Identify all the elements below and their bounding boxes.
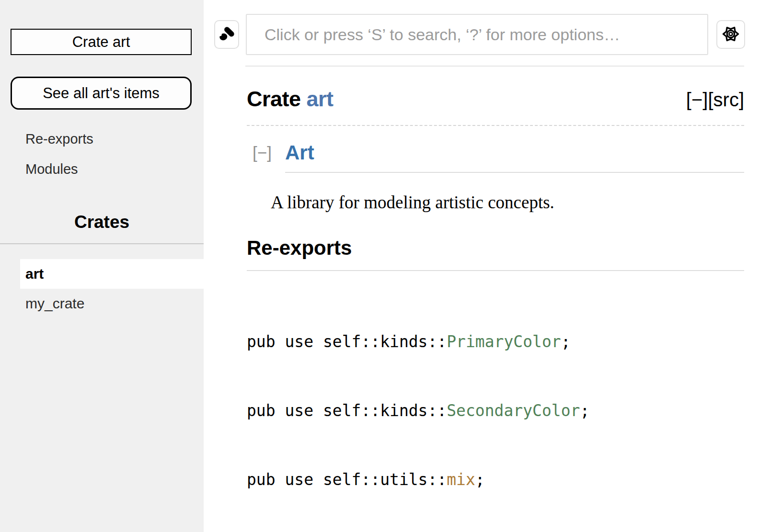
crate-list-item-my-crate[interactable]: my_crate — [0, 289, 204, 318]
reexport-link-secondarycolor[interactable]: SecondaryColor — [447, 401, 580, 420]
overview-title-link[interactable]: Art — [285, 141, 314, 164]
code-suffix: ; — [580, 401, 589, 420]
theme-picker-button[interactable] — [214, 20, 239, 49]
page-title: Crate art — [247, 87, 334, 112]
paintbrush-icon — [218, 25, 236, 45]
crate-doc-content: Crate art [−][src] [−] Art A library for… — [204, 87, 759, 532]
sidebar-section-links: Re-exports Modules — [0, 124, 204, 184]
overview-collapse-toggle[interactable]: [−] — [247, 141, 285, 162]
code-prefix: pub use self::kinds:: — [247, 401, 447, 420]
gear-icon — [721, 24, 740, 45]
reexport-link-primarycolor[interactable]: PrimaryColor — [447, 332, 561, 351]
search-divider — [245, 66, 744, 67]
search-input[interactable] — [246, 14, 708, 55]
reexport-line: pub use self::kinds::SecondaryColor; — [247, 399, 744, 422]
code-suffix: ; — [475, 470, 485, 489]
crate-list-item-art[interactable]: art — [20, 259, 204, 289]
search-bar — [204, 0, 759, 55]
reexports-code-block: pub use self::kinds::PrimaryColor; pub u… — [247, 284, 744, 532]
crate-description: A library for modeling artistic concepts… — [271, 192, 744, 213]
crates-list: art my_crate — [0, 243, 204, 318]
reexport-line: pub use self::utils::mix; — [247, 468, 744, 491]
sidebar-link-reexports[interactable]: Re-exports — [0, 124, 204, 154]
page-title-prefix: Crate — [247, 87, 301, 111]
src-link[interactable]: [src] — [708, 89, 744, 110]
header-controls: [−][src] — [686, 89, 744, 111]
main-content: Crate art [−][src] [−] Art A library for… — [204, 0, 759, 532]
sidebar-crate-title: Crate art — [11, 29, 192, 55]
settings-button[interactable] — [716, 20, 745, 49]
reexports-heading: Re-exports — [247, 237, 744, 271]
reexport-line: pub use self::kinds::PrimaryColor; — [247, 330, 744, 353]
code-prefix: pub use self::kinds:: — [247, 332, 447, 351]
reexport-link-mix[interactable]: mix — [447, 470, 475, 489]
crate-name-link[interactable]: art — [307, 87, 334, 111]
sidebar-link-modules[interactable]: Modules — [0, 154, 204, 184]
sidebar: Crate art See all art's items Re-exports… — [0, 0, 204, 532]
page-header: Crate art [−][src] — [247, 87, 744, 126]
overview-block: Art — [285, 141, 744, 173]
crates-heading: Crates — [0, 212, 204, 232]
see-all-items-button[interactable]: See all art's items — [11, 77, 192, 110]
code-prefix: pub use self::utils:: — [247, 470, 447, 489]
overview-section: [−] Art — [247, 141, 744, 173]
code-suffix: ; — [561, 332, 571, 351]
collapse-all-toggle[interactable]: [−] — [686, 89, 708, 110]
